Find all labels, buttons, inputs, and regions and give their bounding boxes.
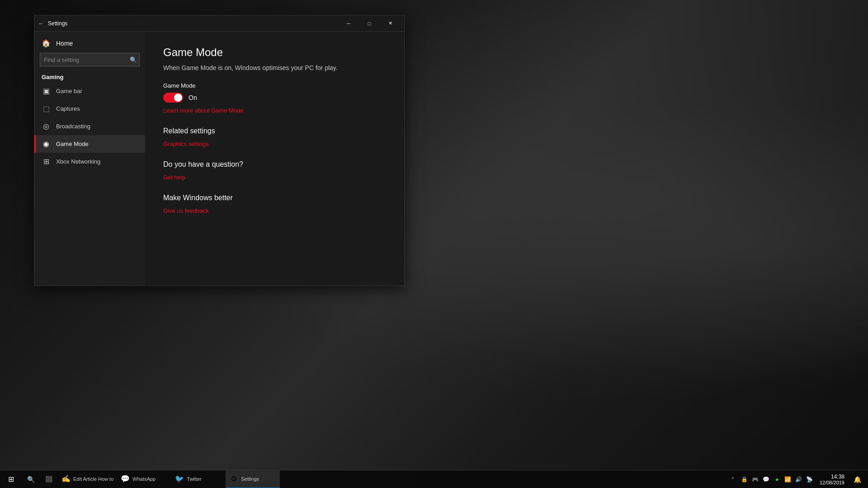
taskbar-app-twitter[interactable]: 🐦 Twitter xyxy=(171,470,226,488)
sidebar-item-xbox-networking[interactable]: ⊞ Xbox Networking xyxy=(34,153,145,170)
back-button[interactable]: ← xyxy=(38,20,44,27)
sidebar-item-label: Broadcasting xyxy=(56,123,90,130)
give-feedback-link[interactable]: Give us feedback xyxy=(163,207,208,214)
game-mode-setting: Game Mode On xyxy=(163,82,386,103)
setting-label: Game Mode xyxy=(163,82,386,89)
captures-icon: ⬚ xyxy=(42,104,51,113)
page-title: Game Mode xyxy=(163,46,386,59)
taskbar-app-whatsapp[interactable]: 💬 WhatsApp xyxy=(117,470,171,488)
graphics-settings-link[interactable]: Graphics settings xyxy=(163,141,208,147)
search-input[interactable] xyxy=(40,53,140,66)
tray-date: 12/08/2019 xyxy=(820,480,844,485)
sidebar-item-label: Game Mode xyxy=(56,141,89,147)
tray-icon-network[interactable]: 📶 xyxy=(783,470,793,488)
window-controls: ─ □ ✕ xyxy=(338,15,401,32)
search-icon: 🔍 xyxy=(130,56,137,63)
minimize-button[interactable]: ─ xyxy=(338,15,359,32)
edit-article-label: Edit Article How to xyxy=(73,476,113,482)
maximize-button[interactable]: □ xyxy=(359,15,380,32)
task-view-button[interactable]: ⬛ xyxy=(40,470,58,488)
sidebar-item-game-mode[interactable]: ◉ Game Mode xyxy=(34,135,145,153)
game-mode-icon: ◉ xyxy=(42,140,51,148)
twitter-label: Twitter xyxy=(187,476,201,482)
sidebar-item-label: Game bar xyxy=(56,88,82,94)
game-bar-icon: ▣ xyxy=(42,87,51,95)
main-content: Game Mode When Game Mode is on, Windows … xyxy=(145,32,404,286)
title-bar: ← Settings ─ □ ✕ xyxy=(34,15,404,32)
tray-time: 14:38 xyxy=(831,474,844,480)
tray-icon-security[interactable]: 🔒 xyxy=(740,470,749,488)
xbox-networking-icon: ⊞ xyxy=(42,157,51,166)
toggle-state-label: On xyxy=(189,94,197,101)
get-help-link[interactable]: Get help xyxy=(163,174,185,181)
page-description: When Game Mode is on, Windows optimises … xyxy=(163,64,386,71)
sidebar-item-label: Captures xyxy=(56,105,80,112)
taskbar-apps: ✍ Edit Article How to 💬 WhatsApp 🐦 Twitt… xyxy=(58,470,724,488)
taskbar: ⊞ 🔍 ⬛ ✍ Edit Article How to 💬 WhatsApp 🐦… xyxy=(0,470,868,488)
learn-more-link[interactable]: Learn more about Game Mode xyxy=(163,107,244,114)
sidebar-search-container: 🔍 xyxy=(40,53,140,66)
settings-label: Settings xyxy=(241,476,259,482)
sidebar-home[interactable]: 🏠 Home xyxy=(34,35,145,51)
taskbar-search-button[interactable]: 🔍 xyxy=(22,470,40,488)
toggle-knob xyxy=(174,94,182,102)
question-title: Do you have a question? xyxy=(163,160,386,169)
home-icon: 🏠 xyxy=(42,39,51,47)
close-button[interactable]: ✕ xyxy=(380,15,401,32)
twitter-icon: 🐦 xyxy=(175,474,184,483)
tray-icon-chat[interactable]: 💬 xyxy=(762,470,771,488)
settings-icon: ⚙ xyxy=(229,474,238,483)
home-label: Home xyxy=(56,40,73,47)
tray-expand-button[interactable]: ^ xyxy=(727,470,738,488)
toggle-row: On xyxy=(163,93,386,103)
tray-icon-volume[interactable]: 🔊 xyxy=(794,470,803,488)
whatsapp-label: WhatsApp xyxy=(132,476,156,482)
sidebar-section-title: Gaming xyxy=(34,70,145,82)
tray-clock[interactable]: 14:38 12/08/2019 xyxy=(816,470,848,488)
broadcasting-icon: ◎ xyxy=(42,122,51,131)
sidebar: 🏠 Home 🔍 Gaming ▣ Game bar ⬚ Captures ◎ … xyxy=(34,32,145,286)
tray-icon-gaming[interactable]: 🎮 xyxy=(751,470,760,488)
tray-icon-wifi[interactable]: 📡 xyxy=(805,470,814,488)
whatsapp-icon: 💬 xyxy=(121,474,130,483)
window-title: Settings xyxy=(48,20,338,27)
settings-window: ← Settings ─ □ ✕ 🏠 Home 🔍 Gaming ▣ Game … xyxy=(34,15,405,286)
related-settings-title: Related settings xyxy=(163,127,386,135)
start-button[interactable]: ⊞ xyxy=(0,470,22,488)
edit-article-icon: ✍ xyxy=(61,474,71,483)
sidebar-item-broadcasting[interactable]: ◎ Broadcasting xyxy=(34,117,145,135)
taskbar-app-edit-article[interactable]: ✍ Edit Article How to xyxy=(58,470,117,488)
sidebar-item-captures[interactable]: ⬚ Captures xyxy=(34,100,145,117)
sidebar-item-game-bar[interactable]: ▣ Game bar xyxy=(34,82,145,100)
system-tray: ^ 🔒 🎮 💬 ● 📶 🔊 📡 14:38 12/08/2019 🔔 xyxy=(724,470,868,488)
sidebar-item-label: Xbox Networking xyxy=(56,158,100,165)
notification-button[interactable]: 🔔 xyxy=(850,470,864,488)
tray-icon-green[interactable]: ● xyxy=(773,470,782,488)
taskbar-app-settings[interactable]: ⚙ Settings xyxy=(226,470,280,488)
feedback-title: Make Windows better xyxy=(163,194,386,202)
game-mode-toggle[interactable] xyxy=(163,93,183,103)
window-body: 🏠 Home 🔍 Gaming ▣ Game bar ⬚ Captures ◎ … xyxy=(34,32,404,286)
